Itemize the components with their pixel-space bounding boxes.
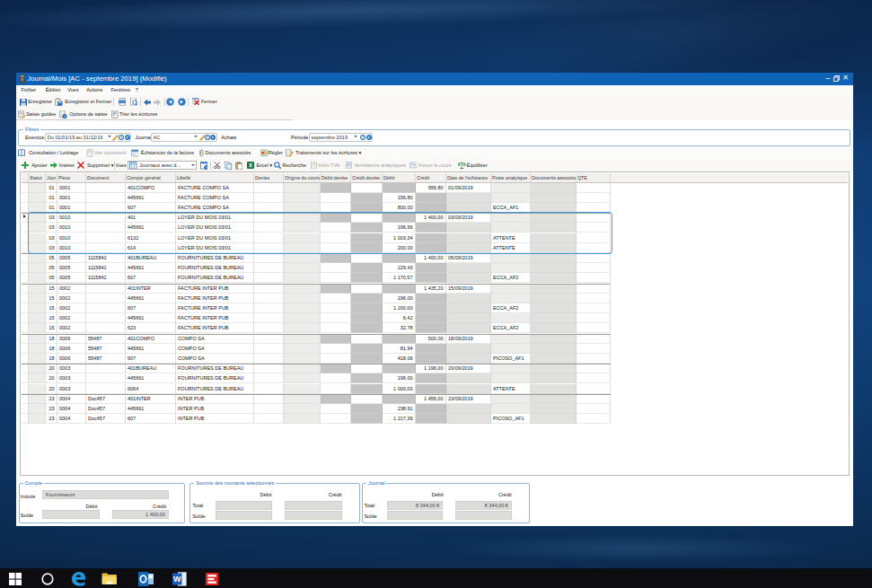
svg-text:W: W xyxy=(173,575,181,584)
